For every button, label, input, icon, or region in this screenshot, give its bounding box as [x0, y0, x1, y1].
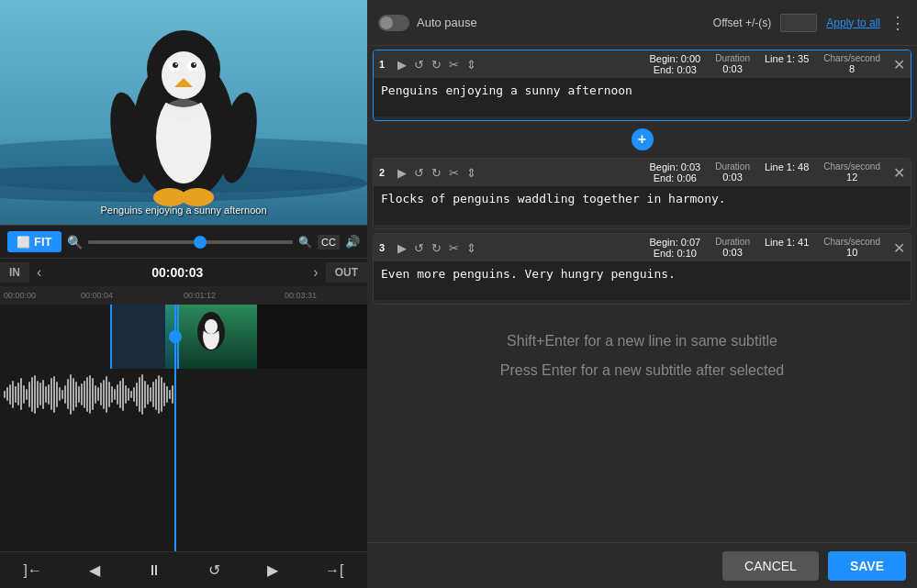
fit-label: FIT — [34, 235, 52, 249]
auto-pause-label: Auto pause — [417, 16, 477, 29]
begin-value-1: Begin: 0:00 — [650, 53, 701, 64]
wbar — [128, 388, 129, 401]
wbar — [6, 387, 8, 401]
svg-point-17 — [181, 188, 214, 206]
mark-in-button[interactable]: ]← — [18, 559, 48, 582]
wbar — [4, 391, 6, 398]
begin-value-3: Begin: 0:07 — [650, 237, 701, 248]
rewind-icon-2[interactable]: ↺ — [414, 166, 424, 180]
subtitle-textarea-2[interactable]: Flocks of penguins waddling together in … — [374, 186, 911, 225]
apply-to-all-button[interactable]: Apply to all — [826, 17, 880, 29]
rewind-icon-3[interactable]: ↺ — [414, 241, 424, 255]
chars-value-3: 10 — [846, 247, 857, 258]
mark-out-button[interactable]: →[ — [319, 559, 349, 582]
zoom-in-icon[interactable]: 🔍 — [298, 236, 312, 249]
fit-button[interactable]: ⬜ FIT — [7, 231, 62, 252]
prev-frame-button[interactable]: ‹ — [29, 264, 49, 281]
merge-icon-1[interactable]: ⇕ — [466, 58, 476, 72]
auto-pause-switch[interactable] — [378, 15, 409, 31]
play-icon-2[interactable]: ▶ — [397, 166, 407, 180]
cc-icon[interactable]: CC — [318, 235, 340, 250]
help-text-line2: Press Enter for a new subtitle after sel… — [391, 356, 893, 385]
svg-point-12 — [194, 63, 196, 65]
play-icon-1[interactable]: ▶ — [397, 58, 407, 72]
out-button[interactable]: OUT — [326, 262, 367, 283]
wbar — [67, 379, 69, 409]
zoom-slider-container — [88, 240, 294, 244]
video-subtitle-overlay: Penguins enjoying a sunny afternoon — [0, 205, 367, 216]
play-icon-3[interactable]: ▶ — [397, 241, 407, 255]
subtitle-textarea-1[interactable]: Penguins enjoying a sunny afternoon — [374, 78, 911, 116]
subtitles-area: 1 ▶ ↺ ↻ ✂ ⇕ Begin: 0:00 End: 0:03 Durati… — [367, 46, 917, 542]
duration-label-3: Duration — [715, 237, 750, 247]
subtitle-textarea-3[interactable]: Even more penguins. Very hungry penguins… — [374, 261, 911, 300]
wbar — [172, 385, 173, 404]
timecode-display: 00:00:03 — [49, 265, 306, 280]
ruler-label-2: 00:01:12 — [184, 291, 216, 300]
ruler-label-0: 00:00:00 — [4, 291, 36, 300]
rewind-icon-1[interactable]: ↺ — [414, 58, 424, 72]
loop-icon-2[interactable]: ↻ — [431, 166, 442, 180]
auto-pause-toggle: Auto pause — [378, 15, 477, 31]
timeline-video-track — [0, 305, 367, 369]
subtitle-duration-3: Duration 0:03 — [715, 237, 750, 259]
zoom-out-icon[interactable]: 🔍 — [67, 235, 83, 250]
duration-label-1: Duration — [715, 53, 750, 63]
wbar — [62, 390, 63, 399]
wbar — [56, 382, 58, 407]
wbar — [86, 377, 88, 412]
split-icon-2[interactable]: ✂ — [449, 166, 459, 180]
subtitle-duration-1: Duration 0:03 — [715, 53, 750, 75]
more-options-button[interactable]: ⋮ — [889, 13, 906, 33]
loop-button[interactable]: ↺ — [203, 558, 226, 582]
loop-icon-3[interactable]: ↻ — [431, 241, 442, 255]
offset-input[interactable] — [780, 14, 817, 32]
line-value-2: Line 1: 48 — [765, 161, 809, 172]
duration-value-2: 0:03 — [722, 172, 742, 183]
duration-label-2: Duration — [715, 161, 750, 172]
step-forward-button[interactable]: ▶ — [262, 558, 284, 582]
subtitle-chars-2: Chars/second 12 — [823, 161, 880, 183]
chars-label-3: Chars/second — [823, 237, 880, 247]
wbar — [12, 381, 14, 408]
wbar — [9, 384, 11, 405]
cancel-button[interactable]: CANCEL — [722, 551, 819, 581]
loop-icon-1[interactable]: ↻ — [431, 58, 442, 72]
split-icon-3[interactable]: ✂ — [449, 241, 459, 255]
zoom-slider[interactable] — [88, 240, 294, 244]
subtitle-header-3: 3 ▶ ↺ ↻ ✂ ⇕ Begin: 0:07 End: 0:10 Durati… — [374, 234, 911, 261]
play-pause-button[interactable]: ⏸ — [141, 559, 167, 582]
fit-icon: ⬜ — [17, 236, 30, 249]
next-frame-button[interactable]: › — [306, 264, 325, 281]
svg-point-23 — [205, 319, 218, 334]
wbar — [144, 381, 146, 408]
wbar — [50, 378, 52, 410]
timeline-tracks — [0, 305, 367, 551]
wbar — [42, 380, 44, 409]
wbar — [20, 378, 22, 410]
in-button[interactable]: IN — [0, 262, 29, 283]
subtitle-close-3[interactable]: ✕ — [893, 239, 905, 257]
subtitle-close-2[interactable]: ✕ — [893, 164, 905, 182]
wbar — [122, 378, 124, 411]
subtitle-number-1: 1 — [379, 59, 390, 70]
merge-icon-3[interactable]: ⇕ — [466, 241, 476, 255]
wbar — [133, 387, 135, 402]
add-subtitle-button-1[interactable]: + — [632, 128, 654, 150]
svg-point-10 — [191, 62, 196, 68]
volume-icon[interactable]: 🔊 — [345, 235, 360, 249]
ruler-label-1: 00:00:04 — [81, 291, 113, 300]
subtitle-number-2: 2 — [379, 167, 390, 178]
right-panel: Auto pause Offset +/-(s) Apply to all ⋮ … — [367, 0, 917, 588]
split-icon-1[interactable]: ✂ — [449, 58, 459, 72]
offset-label: Offset +/-(s) — [713, 17, 771, 29]
save-button[interactable]: SAVE — [828, 551, 906, 581]
merge-icon-2[interactable]: ⇕ — [466, 166, 476, 180]
timeline-playhead[interactable] — [174, 305, 176, 551]
video-scene — [0, 0, 367, 225]
subtitle-close-1[interactable]: ✕ — [893, 56, 905, 73]
step-back-button[interactable]: ◀ — [84, 558, 106, 582]
wbar — [139, 377, 140, 412]
wbar — [100, 383, 102, 405]
wbar — [73, 378, 74, 411]
